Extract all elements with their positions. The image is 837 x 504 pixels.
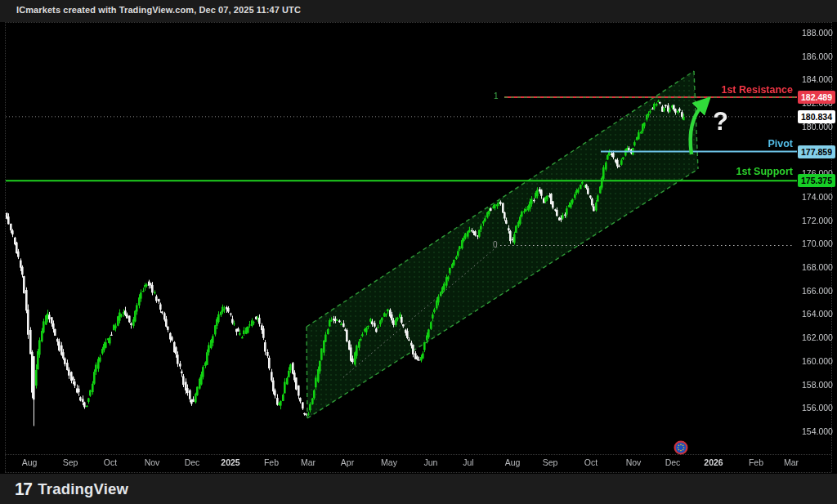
time-axis-month-label: Sep — [543, 457, 558, 467]
time-axis-month-label: Oct — [104, 457, 117, 467]
time-axis-year-label: 2026 — [704, 457, 723, 467]
time-axis-month-label: Mar — [784, 457, 799, 467]
time-axis-month-label: Nov — [626, 457, 642, 467]
pivot-label[interactable]: Pivot — [629, 138, 793, 149]
levels-drawing-layer — [0, 0, 837, 504]
question-mark-annotation[interactable]: ? — [713, 107, 728, 136]
footer-bar: 17 TradingView — [0, 474, 837, 504]
fib-level-0-label: 0 — [493, 240, 498, 249]
time-axis-month-label: Feb — [264, 457, 279, 467]
price-tick-label: 170.000 — [802, 239, 833, 248]
price-tick-label: 186.000 — [802, 51, 833, 61]
price-tick-label: 160.000 — [802, 356, 833, 366]
time-axis-month-label: Dec — [665, 457, 681, 467]
time-axis-year-label: 2025 — [221, 457, 239, 467]
time-axis-month-label: Aug — [505, 457, 521, 467]
support-price-badge: 175.375 — [798, 174, 835, 187]
time-axis-month-label: Feb — [749, 457, 763, 467]
eu-flag-event-icon[interactable] — [674, 440, 688, 455]
fib-level-1-label: 1 — [494, 91, 499, 100]
pivot-price-badge: 177.859 — [798, 145, 835, 158]
time-axis-month-label: Apr — [341, 457, 354, 467]
tradingview-chart-window: ICmarkets created with TradingView.com, … — [0, 0, 837, 504]
tradingview-logo-icon[interactable]: 17 — [15, 479, 31, 499]
time-axis-month-label: Aug — [22, 457, 38, 467]
price-tick-label: 168.000 — [802, 262, 833, 272]
price-tick-label: 162.000 — [802, 332, 833, 342]
fib-trendline[interactable] — [343, 247, 497, 377]
time-axis-month-label: Oct — [584, 457, 598, 467]
support-label[interactable]: 1st Support — [629, 166, 793, 177]
resistance-label[interactable]: 1st Resistance — [629, 84, 793, 96]
time-axis-month-label: Jun — [424, 457, 438, 467]
price-tick-label: 172.000 — [802, 216, 833, 225]
time-axis-month-label: May — [381, 457, 397, 467]
time-axis-month-label: Jul — [463, 457, 473, 467]
tradingview-logo-text[interactable]: TradingView — [38, 480, 128, 498]
resistance-price-badge: 182.489 — [798, 91, 835, 104]
time-axis-month-label: Sep — [63, 457, 78, 467]
price-tick-label: 164.000 — [802, 309, 833, 319]
time-axis-month-label: Mar — [301, 457, 316, 467]
time-axis-month-label: Nov — [145, 457, 160, 467]
last-price-badge: 180.834 — [798, 110, 835, 123]
price-tick-label: 174.000 — [802, 192, 833, 202]
price-tick-label: 184.000 — [802, 74, 833, 84]
price-tick-label: 188.000 — [802, 28, 833, 38]
price-tick-label: 156.000 — [802, 403, 833, 413]
time-axis-month-label: Dec — [185, 457, 200, 467]
price-tick-label: 154.000 — [802, 426, 833, 436]
price-tick-label: 166.000 — [802, 286, 833, 296]
price-tick-label: 158.000 — [802, 380, 833, 390]
